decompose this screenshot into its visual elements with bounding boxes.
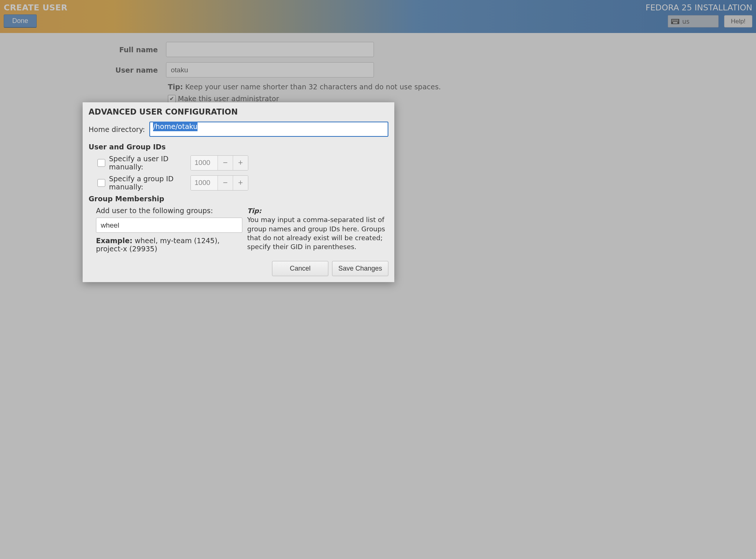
dialog-title: ADVANCED USER CONFIGURATION: [89, 108, 388, 116]
groups-example: Example: wheel, my-team (1245), project-…: [96, 236, 237, 253]
gid-decrement-button[interactable]: −: [218, 176, 233, 190]
specify-uid-checkbox[interactable]: [97, 159, 105, 167]
specify-gid-checkbox[interactable]: [97, 179, 105, 187]
add-groups-label: Add user to the following groups:: [96, 206, 237, 215]
home-directory-label: Home directory:: [89, 125, 145, 133]
uid-increment-button[interactable]: +: [233, 156, 248, 170]
advanced-user-config-dialog: ADVANCED USER CONFIGURATION Home directo…: [83, 102, 394, 282]
group-membership-heading: Group Membership: [89, 195, 388, 203]
groups-input[interactable]: [96, 218, 242, 233]
uid-decrement-button[interactable]: −: [218, 156, 233, 170]
groups-tip-label: Tip:: [247, 207, 262, 215]
specify-gid-label: Specify a group ID manually:: [109, 175, 187, 191]
user-group-ids-heading: User and Group IDs: [89, 143, 388, 151]
save-changes-button[interactable]: Save Changes: [332, 261, 388, 276]
gid-spinner: − +: [190, 175, 248, 191]
home-directory-value: /home/otaku: [153, 122, 198, 131]
cancel-button[interactable]: Cancel: [272, 261, 328, 276]
gid-input[interactable]: [191, 176, 218, 190]
gid-increment-button[interactable]: +: [233, 176, 248, 190]
groups-tip-text: You may input a comma-separated list of …: [247, 216, 385, 251]
home-directory-input[interactable]: /home/otaku: [149, 122, 388, 137]
specify-uid-label: Specify a user ID manually:: [109, 155, 187, 171]
uid-spinner: − +: [190, 155, 248, 171]
groups-tip: Tip: You may input a comma-separated lis…: [247, 206, 388, 253]
example-label: Example:: [96, 236, 132, 245]
uid-input[interactable]: [191, 156, 218, 170]
